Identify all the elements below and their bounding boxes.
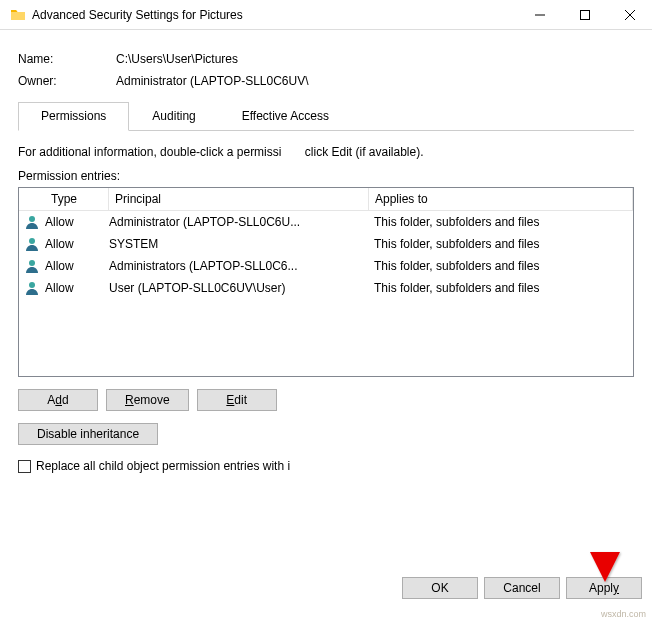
owner-label: Owner: xyxy=(18,74,116,88)
owner-value: Administrator (LAPTOP-SLL0C6UV\ xyxy=(116,74,309,88)
user-icon xyxy=(24,280,40,296)
svg-point-6 xyxy=(29,260,35,266)
title-bar: Advanced Security Settings for Pictures xyxy=(0,0,652,30)
row-type: Allow xyxy=(45,259,109,273)
maximize-button[interactable] xyxy=(562,0,607,30)
row-principal: SYSTEM xyxy=(109,237,374,251)
disable-inheritance-button[interactable]: Disable inheritance xyxy=(18,423,158,445)
header-type[interactable]: Type xyxy=(45,188,109,210)
permission-row[interactable]: Allow Administrator (LAPTOP-SLL0C6U... T… xyxy=(19,211,633,233)
apply-button[interactable]: Apply xyxy=(566,577,642,599)
svg-point-4 xyxy=(29,216,35,222)
row-applies: This folder, subfolders and files xyxy=(374,259,633,273)
add-button[interactable]: Add xyxy=(18,389,98,411)
row-type: Allow xyxy=(45,281,109,295)
svg-rect-1 xyxy=(580,10,589,19)
tab-auditing[interactable]: Auditing xyxy=(129,102,218,130)
name-value: C:\Users\User\Pictures xyxy=(116,52,238,66)
header-principal[interactable]: Principal xyxy=(109,188,369,210)
row-principal: Administrator (LAPTOP-SLL0C6U... xyxy=(109,215,374,229)
remove-button[interactable]: Remove xyxy=(106,389,189,411)
user-icon xyxy=(24,236,40,252)
dialog-content: Name: C:\Users\User\Pictures Owner: Admi… xyxy=(0,30,652,473)
permission-row[interactable]: Allow SYSTEM This folder, subfolders and… xyxy=(19,233,633,255)
instruction-text: For additional information, double-click… xyxy=(18,145,634,159)
permission-row[interactable]: Allow User (LAPTOP-SLL0C6UV\User) This f… xyxy=(19,277,633,299)
row-type: Allow xyxy=(45,237,109,251)
edit-button[interactable]: Edit xyxy=(197,389,277,411)
row-type: Allow xyxy=(45,215,109,229)
user-icon xyxy=(24,258,40,274)
permission-list[interactable]: Type Principal Applies to Allow Administ… xyxy=(18,187,634,377)
tab-effective-access[interactable]: Effective Access xyxy=(219,102,352,130)
dialog-buttons: OK Cancel Apply xyxy=(402,577,642,599)
permission-entries-label: Permission entries: xyxy=(18,169,634,183)
row-principal: User (LAPTOP-SLL0C6UV\User) xyxy=(109,281,374,295)
row-applies: This folder, subfolders and files xyxy=(374,237,633,251)
row-principal: Administrators (LAPTOP-SLL0C6... xyxy=(109,259,374,273)
permission-list-header: Type Principal Applies to xyxy=(19,188,633,211)
tab-strip: Permissions Auditing Effective Access xyxy=(18,102,634,131)
watermark: wsxdn.com xyxy=(601,609,646,619)
replace-child-checkbox[interactable] xyxy=(18,460,31,473)
ok-button[interactable]: OK xyxy=(402,577,478,599)
folder-icon xyxy=(10,7,26,23)
row-applies: This folder, subfolders and files xyxy=(374,215,633,229)
cancel-button[interactable]: Cancel xyxy=(484,577,560,599)
header-applies[interactable]: Applies to xyxy=(369,188,633,210)
name-label: Name: xyxy=(18,52,116,66)
close-button[interactable] xyxy=(607,0,652,30)
permission-row[interactable]: Allow Administrators (LAPTOP-SLL0C6... T… xyxy=(19,255,633,277)
window-title: Advanced Security Settings for Pictures xyxy=(32,8,517,22)
minimize-button[interactable] xyxy=(517,0,562,30)
row-applies: This folder, subfolders and files xyxy=(374,281,633,295)
svg-point-5 xyxy=(29,238,35,244)
svg-point-7 xyxy=(29,282,35,288)
tab-permissions[interactable]: Permissions xyxy=(18,102,129,131)
user-icon xyxy=(24,214,40,230)
replace-child-label: Replace all child object permission entr… xyxy=(36,459,290,473)
